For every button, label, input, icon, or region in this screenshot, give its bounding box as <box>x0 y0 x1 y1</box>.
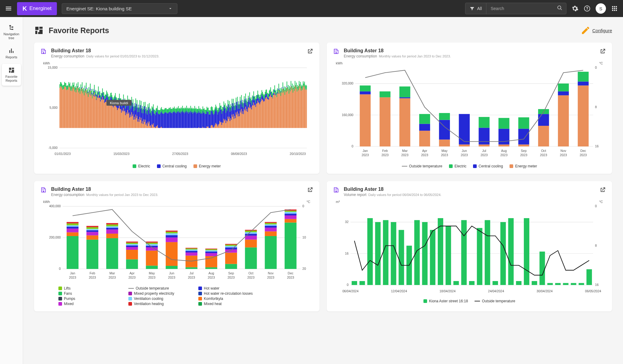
svg-rect-152 <box>92 94 92 98</box>
svg-rect-201 <box>103 100 104 128</box>
svg-rect-623 <box>198 106 199 111</box>
svg-rect-375 <box>143 124 144 128</box>
svg-rect-106 <box>82 87 82 88</box>
open-in-new-icon[interactable] <box>599 187 606 193</box>
svg-rect-750 <box>228 117 228 128</box>
svg-rect-1333 <box>586 269 592 285</box>
search-filter[interactable]: All <box>465 3 486 14</box>
open-in-new-icon[interactable] <box>599 48 606 55</box>
svg-rect-36 <box>66 90 67 128</box>
svg-rect-356 <box>138 105 139 108</box>
svg-rect-142 <box>90 88 91 91</box>
svg-rect-987 <box>281 92 282 128</box>
rail-item-navigation-tree[interactable]: Navigation tree <box>2 21 21 43</box>
chart-daily-volume: 01632081606/04/202412/04/202418/04/20242… <box>333 200 606 296</box>
svg-rect-1254 <box>205 249 217 250</box>
svg-rect-769 <box>231 103 232 115</box>
svg-rect-1304 <box>360 281 365 285</box>
rail-item-favorite-reports[interactable]: Favorite Reports <box>2 64 21 86</box>
svg-rect-135 <box>89 92 89 128</box>
svg-rect-1133 <box>419 124 430 131</box>
svg-rect-1148 <box>479 128 490 144</box>
svg-rect-68 <box>73 85 74 88</box>
svg-rect-601 <box>194 113 194 128</box>
svg-rect-161 <box>94 85 95 90</box>
svg-text:30/04/2024: 30/04/2024 <box>537 289 553 293</box>
svg-rect-1232 <box>166 242 178 266</box>
svg-rect-194 <box>102 93 102 97</box>
svg-rect-1264 <box>225 244 237 244</box>
svg-text:2023: 2023 <box>441 153 448 157</box>
search-button[interactable] <box>553 5 566 12</box>
svg-rect-187 <box>100 100 101 101</box>
svg-rect-710 <box>218 108 219 112</box>
svg-rect-117 <box>85 91 85 128</box>
svg-rect-821 <box>243 103 244 108</box>
svg-rect-1309 <box>399 230 404 285</box>
svg-text:24/04/2024: 24/04/2024 <box>488 289 504 293</box>
svg-rect-882 <box>257 101 258 128</box>
svg-rect-1186 <box>67 236 78 269</box>
svg-rect-932 <box>268 94 269 98</box>
svg-rect-676 <box>211 111 211 126</box>
settings-icon[interactable] <box>571 5 579 12</box>
configure-link[interactable]: Configure <box>581 26 612 35</box>
help-icon[interactable] <box>583 5 591 12</box>
svg-rect-629 <box>200 108 200 112</box>
svg-rect-933 <box>269 97 270 128</box>
svg-rect-592 <box>192 112 192 128</box>
svg-rect-1097 <box>305 85 306 89</box>
svg-rect-604 <box>194 111 195 128</box>
svg-rect-823 <box>244 100 245 108</box>
building-icon <box>333 187 339 193</box>
svg-text:Dec: Dec <box>288 271 294 275</box>
svg-rect-185 <box>99 91 100 95</box>
svg-rect-466 <box>163 114 164 128</box>
chevron-down-icon <box>168 6 173 11</box>
svg-rect-404 <box>149 103 150 108</box>
svg-rect-175 <box>97 96 98 98</box>
rail-item-reports[interactable]: Reports <box>2 44 21 62</box>
svg-rect-118 <box>85 90 85 91</box>
svg-rect-766 <box>231 111 231 120</box>
building-selector[interactable]: Energinet SE: Kiona building SE <box>62 3 177 14</box>
svg-text:2023: 2023 <box>520 153 527 157</box>
svg-text:5,000: 5,000 <box>50 106 58 109</box>
svg-rect-243 <box>113 107 113 128</box>
svg-rect-96 <box>80 94 80 128</box>
hamburger-icon[interactable] <box>5 5 12 12</box>
svg-rect-690 <box>214 126 215 128</box>
svg-rect-736 <box>224 109 225 121</box>
svg-rect-974 <box>278 90 278 93</box>
svg-rect-1154 <box>499 118 510 129</box>
svg-rect-207 <box>105 102 106 128</box>
svg-rect-1190 <box>67 225 78 227</box>
apps-grid-icon[interactable] <box>611 5 618 12</box>
user-avatar[interactable]: S <box>596 3 606 14</box>
filter-icon <box>470 6 475 11</box>
card-title: Building Aster 18 <box>344 187 595 192</box>
svg-rect-126 <box>87 94 87 128</box>
svg-rect-697 <box>215 109 216 123</box>
svg-rect-276 <box>120 109 121 128</box>
svg-rect-1067 <box>299 81 299 85</box>
svg-rect-864 <box>253 102 254 128</box>
svg-rect-916 <box>265 96 266 99</box>
search-input[interactable] <box>486 6 553 11</box>
svg-rect-1119 <box>360 85 371 91</box>
svg-rect-319 <box>130 105 131 115</box>
open-in-new-icon[interactable] <box>307 187 313 193</box>
chart-monthly-stacked: 0160,000320,0000816Jan2023Feb2023Mar2023… <box>333 61 606 161</box>
svg-rect-1307 <box>383 220 388 285</box>
svg-rect-158 <box>93 91 94 95</box>
svg-rect-386 <box>145 102 145 106</box>
svg-rect-1065 <box>299 85 299 128</box>
svg-rect-959 <box>274 85 275 90</box>
svg-rect-1002 <box>284 95 285 128</box>
svg-rect-953 <box>273 89 273 93</box>
open-in-new-icon[interactable] <box>307 48 313 55</box>
svg-rect-886 <box>258 98 259 103</box>
svg-rect-715 <box>219 107 220 121</box>
svg-rect-885 <box>258 102 259 128</box>
svg-rect-237 <box>112 104 112 128</box>
